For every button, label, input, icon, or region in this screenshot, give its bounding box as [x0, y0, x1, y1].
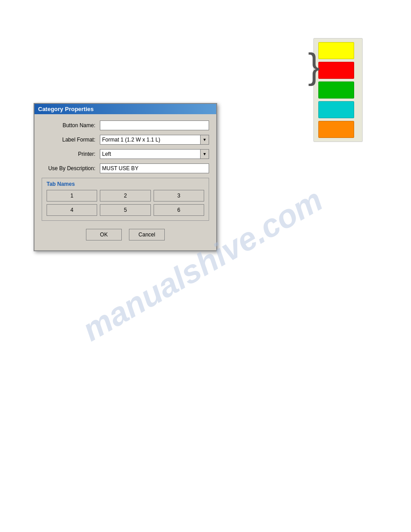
swatch-yellow: [318, 42, 354, 59]
tab-names-section: Tab Names 1 2 3 4 5 6: [42, 178, 209, 221]
category-properties-dialog: Category Properties Button Name: Label F…: [34, 103, 217, 251]
tab-1-button[interactable]: 1: [47, 190, 97, 202]
button-name-row: Button Name:: [42, 120, 209, 130]
label-format-select[interactable]: Format 1 (1.2 W x 1.1 L) Format 2 Format…: [100, 135, 209, 145]
tab-6-button[interactable]: 6: [154, 204, 204, 216]
tab-3-button[interactable]: 3: [154, 190, 204, 202]
cancel-button[interactable]: Cancel: [129, 229, 165, 240]
use-by-row: Use By Description:: [42, 163, 209, 173]
label-format-label: Label Format:: [42, 137, 100, 143]
printer-select[interactable]: Left Right Default: [100, 149, 209, 159]
label-format-select-wrapper: Format 1 (1.2 W x 1.1 L) Format 2 Format…: [100, 135, 209, 145]
ok-button[interactable]: OK: [86, 229, 122, 240]
tab-names-grid: 1 2 3 4 5 6: [47, 190, 204, 216]
use-by-label: Use By Description:: [42, 165, 100, 172]
swatches-panel: [313, 38, 363, 142]
swatch-green: [318, 82, 354, 99]
dialog-title: Category Properties: [38, 106, 94, 112]
tab-names-legend: Tab Names: [47, 181, 204, 187]
printer-row: Printer: Left Right Default ▼: [42, 149, 209, 159]
swatch-orange: [318, 121, 354, 138]
use-by-input[interactable]: [100, 163, 209, 173]
dialog-body: Button Name: Label Format: Format 1 (1.2…: [34, 114, 216, 250]
dialog-footer: OK Cancel: [42, 226, 209, 246]
swatch-cyan: [318, 101, 354, 118]
button-name-label: Button Name:: [42, 122, 100, 129]
brace-indicator: }: [308, 48, 320, 84]
tab-4-button[interactable]: 4: [47, 204, 97, 216]
button-name-input[interactable]: [100, 120, 209, 130]
printer-select-wrapper: Left Right Default ▼: [100, 149, 209, 159]
printer-label: Printer:: [42, 151, 100, 157]
swatch-red: [318, 62, 354, 79]
label-format-row: Label Format: Format 1 (1.2 W x 1.1 L) F…: [42, 135, 209, 145]
dialog-titlebar: Category Properties: [34, 104, 216, 114]
tab-5-button[interactable]: 5: [100, 204, 150, 216]
tab-2-button[interactable]: 2: [100, 190, 150, 202]
